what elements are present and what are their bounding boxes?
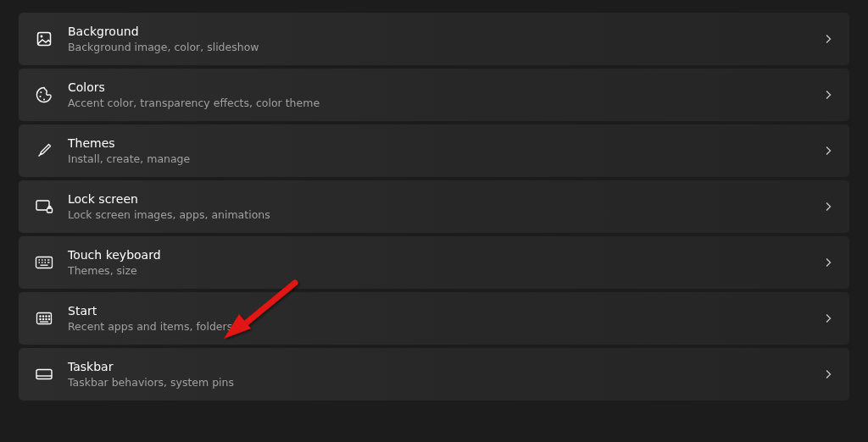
svg-point-3: [40, 96, 42, 97]
lock-screen-icon: [34, 196, 54, 217]
settings-row-subtitle: Background image, color, slideshow: [68, 41, 259, 54]
settings-row-taskbar[interactable]: Taskbar Taskbar behaviors, system pins: [19, 348, 849, 401]
settings-row-text: Lock screen Lock screen images, apps, an…: [68, 191, 270, 222]
chevron-right-icon: [822, 368, 834, 380]
start-menu-icon: [34, 308, 54, 329]
settings-row-text: Touch keyboard Themes, size: [68, 247, 161, 278]
svg-point-20: [46, 316, 47, 317]
keyboard-icon: [34, 252, 54, 273]
chevron-right-icon: [822, 201, 834, 213]
chevron-right-icon: [822, 312, 834, 324]
svg-rect-7: [36, 257, 53, 268]
settings-row-text: Taskbar Taskbar behaviors, system pins: [68, 359, 234, 390]
svg-point-22: [40, 318, 41, 319]
settings-row-start[interactable]: Start Recent apps and items, folders: [19, 292, 849, 345]
chevron-right-icon: [822, 89, 834, 101]
settings-row-subtitle: Taskbar behaviors, system pins: [68, 376, 234, 390]
settings-row-touch-keyboard[interactable]: Touch keyboard Themes, size: [19, 236, 849, 289]
settings-row-title: Start: [68, 303, 232, 318]
settings-row-background[interactable]: Background Background image, color, slid…: [19, 13, 849, 65]
settings-row-colors[interactable]: Colors Accent color, transparency effect…: [19, 69, 849, 121]
settings-row-text: Background Background image, color, slid…: [68, 24, 259, 54]
svg-point-23: [42, 318, 43, 319]
paintbrush-icon: [34, 141, 54, 161]
palette-icon: [34, 85, 54, 105]
taskbar-icon: [34, 364, 54, 384]
svg-point-24: [46, 318, 47, 319]
settings-row-text: Themes Install, create, manage: [68, 135, 190, 166]
svg-rect-6: [47, 208, 53, 213]
svg-rect-0: [38, 33, 51, 46]
settings-row-subtitle: Lock screen images, apps, animations: [68, 208, 270, 222]
settings-row-text: Start Recent apps and items, folders: [68, 303, 232, 334]
chevron-right-icon: [822, 145, 834, 157]
settings-row-title: Colors: [68, 80, 320, 95]
settings-row-themes[interactable]: Themes Install, create, manage: [19, 124, 849, 177]
settings-row-subtitle: Themes, size: [68, 264, 161, 278]
settings-row-text: Colors Accent color, transparency effect…: [68, 80, 320, 110]
settings-row-subtitle: Install, create, manage: [68, 152, 190, 166]
chevron-right-icon: [822, 33, 834, 45]
settings-row-title: Touch keyboard: [68, 247, 161, 262]
chevron-right-icon: [822, 257, 834, 268]
settings-row-title: Background: [68, 24, 259, 39]
svg-point-4: [43, 99, 45, 101]
settings-row-title: Taskbar: [68, 359, 234, 374]
settings-row-title: Themes: [68, 135, 190, 151]
svg-point-2: [40, 91, 42, 93]
svg-point-19: [42, 316, 43, 317]
settings-row-subtitle: Accent color, transparency effects, colo…: [68, 97, 320, 110]
svg-point-18: [40, 316, 41, 317]
svg-point-1: [41, 36, 43, 38]
svg-point-21: [48, 316, 49, 317]
settings-row-subtitle: Recent apps and items, folders: [68, 320, 232, 334]
settings-row-title: Lock screen: [68, 191, 270, 207]
settings-row-lock-screen[interactable]: Lock screen Lock screen images, apps, an…: [19, 180, 849, 233]
svg-rect-27: [36, 370, 52, 379]
picture-icon: [34, 29, 54, 49]
svg-point-25: [48, 318, 49, 319]
